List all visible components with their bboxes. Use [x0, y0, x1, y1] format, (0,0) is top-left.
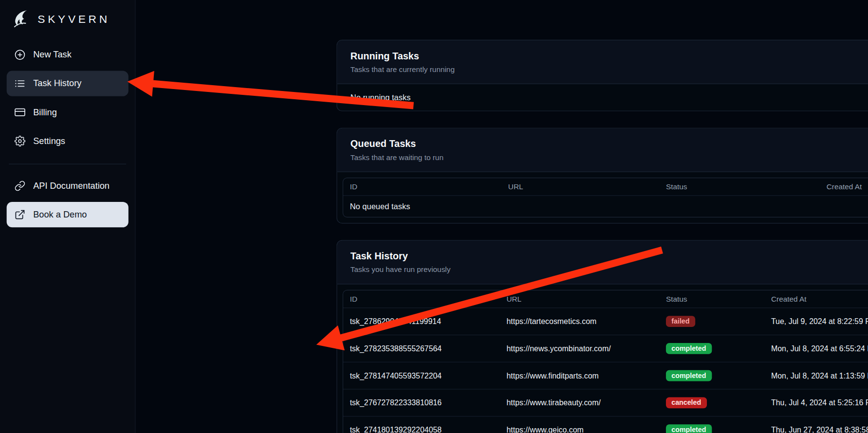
- sidebar-item-settings[interactable]: Settings: [7, 128, 129, 154]
- status-badge: failed: [666, 316, 695, 327]
- sidebar-item-label: API Documentation: [33, 181, 110, 191]
- column-header-status: Status: [659, 178, 820, 195]
- task-id: tsk_278147405593572204: [343, 363, 500, 388]
- task-url: https://news.ycombinator.com/: [500, 336, 659, 361]
- external-link-icon: [15, 209, 26, 220]
- status-badge: completed: [666, 424, 712, 433]
- table-row[interactable]: tsk_276727822333810816 https://www.tirab…: [343, 389, 868, 416]
- column-header-url: URL: [501, 178, 659, 195]
- task-created-at: Thu, Jul 4, 2024 at 5:25:16 PM: [764, 391, 868, 415]
- queued-tasks-header: Queued Tasks Tasks that are waiting to r…: [337, 128, 868, 172]
- running-tasks-card: Running Tasks Tasks that are currently r…: [336, 40, 868, 111]
- skyvern-dragon-icon: [10, 9, 32, 29]
- plus-circle-icon: [15, 49, 26, 60]
- sidebar-item-label: Billing: [33, 108, 57, 117]
- task-id: tsk_276727822333810816: [343, 391, 500, 415]
- task-id: tsk_278629043741199914: [343, 309, 500, 334]
- column-header-id: ID: [343, 178, 501, 195]
- card-title: Task History: [351, 251, 868, 262]
- primary-nav: New Task Task History Billing: [7, 42, 129, 157]
- card-title: Queued Tasks: [351, 138, 868, 150]
- table-header-row: ID URL Status Created At: [343, 178, 868, 195]
- sidebar-item-task-history[interactable]: Task History: [7, 71, 129, 96]
- column-header-created-at: Created At: [764, 290, 868, 307]
- table-row[interactable]: tsk_278147405593572204 https://www.findi…: [343, 362, 868, 389]
- sidebar: SKYVERN New Task Task History Bi: [0, 0, 136, 433]
- task-created-at: Thu, Jun 27, 2024 at 8:38:58 PM: [764, 418, 868, 433]
- task-id: tsk_274180139292204058: [343, 418, 500, 433]
- column-header-status: Status: [659, 290, 764, 307]
- status-badge: completed: [666, 370, 712, 381]
- credit-card-icon: [15, 107, 26, 118]
- task-history-table: ID URL Status Created At tsk_27862904374…: [343, 290, 868, 433]
- queued-tasks-table: ID URL Status Created At No queued tasks: [343, 178, 868, 217]
- sidebar-item-new-task[interactable]: New Task: [7, 42, 129, 67]
- task-url: https://www.tirabeauty.com/: [500, 391, 659, 415]
- task-history-header: Task History Tasks you have run previous…: [337, 241, 868, 285]
- sidebar-item-label: Settings: [33, 136, 65, 146]
- skyvern-logo[interactable]: SKYVERN: [7, 8, 129, 42]
- queued-tasks-card: Queued Tasks Tasks that are waiting to r…: [336, 128, 868, 224]
- table-header-row: ID URL Status Created At: [343, 290, 868, 307]
- status-badge: canceled: [666, 397, 707, 408]
- task-id: tsk_278235388555267564: [343, 336, 500, 361]
- table-row[interactable]: tsk_278629043741199914 https://tartecosm…: [343, 307, 868, 335]
- sidebar-item-label: Task History: [33, 78, 81, 88]
- skyvern-app: SKYVERN New Task Task History Bi: [0, 0, 868, 433]
- task-url: https://tartecosmetics.com: [500, 309, 659, 334]
- cards-container: Running Tasks Tasks that are currently r…: [336, 40, 868, 433]
- task-created-at: Tue, Jul 9, 2024 at 8:22:59 PM: [764, 309, 868, 334]
- secondary-nav: API Documentation Book a Demo: [7, 173, 129, 231]
- column-header-created-at: Created At: [820, 178, 868, 195]
- logo-text: SKYVERN: [37, 13, 110, 25]
- sidebar-item-api-documentation[interactable]: API Documentation: [7, 173, 129, 198]
- column-header-id: ID: [343, 290, 500, 307]
- sidebar-divider: [9, 164, 126, 164]
- main-content: Star 5,434 R S Running Tasks Tasks that …: [136, 0, 868, 433]
- card-subtitle: Tasks that are currently running: [351, 65, 868, 73]
- running-tasks-empty-message: No running tasks: [337, 84, 868, 111]
- sidebar-item-label: Book a Demo: [33, 210, 87, 219]
- list-icon: [15, 78, 26, 89]
- table-row[interactable]: tsk_278235388555267564 https://news.ycom…: [343, 335, 868, 362]
- task-history-card: Task History Tasks you have run previous…: [336, 240, 868, 433]
- task-created-at: Mon, Jul 8, 2024 at 6:55:24 PM: [764, 336, 868, 361]
- gear-icon: [15, 136, 26, 147]
- sidebar-item-label: New Task: [33, 50, 72, 59]
- sidebar-item-billing[interactable]: Billing: [7, 100, 129, 125]
- card-subtitle: Tasks that are waiting to run: [351, 153, 868, 162]
- task-url: https://www.finditparts.com: [500, 363, 659, 388]
- status-badge: completed: [666, 343, 712, 354]
- queued-tasks-empty-message: No queued tasks: [343, 195, 868, 216]
- task-created-at: Mon, Jul 8, 2024 at 1:13:59 PM: [764, 363, 868, 388]
- running-tasks-header: Running Tasks Tasks that are currently r…: [337, 40, 868, 84]
- link-icon: [15, 180, 26, 192]
- card-title: Running Tasks: [351, 50, 868, 62]
- table-row[interactable]: tsk_274180139292204058 https://www.geico…: [343, 416, 868, 433]
- card-subtitle: Tasks you have run previously: [351, 266, 868, 274]
- column-header-url: URL: [500, 290, 659, 307]
- sidebar-item-book-a-demo[interactable]: Book a Demo: [7, 202, 129, 227]
- task-url: https://www.geico.com: [500, 418, 659, 433]
